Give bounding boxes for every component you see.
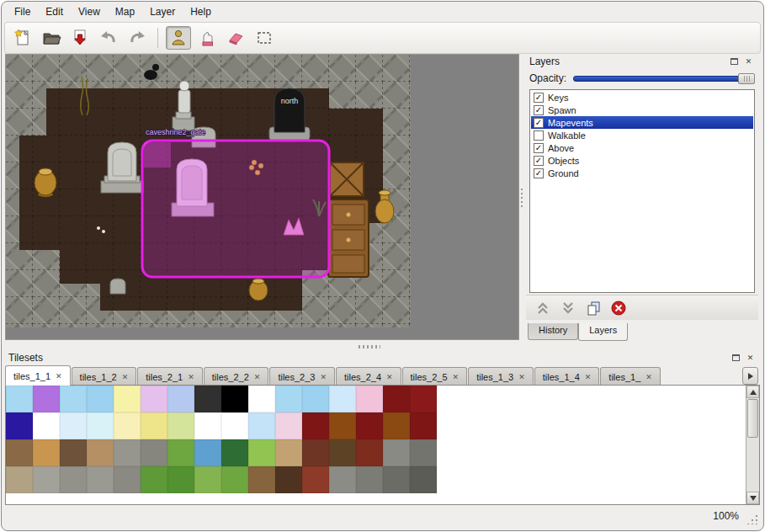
- horizontal-splitter[interactable]: [2, 343, 763, 350]
- palette-tile[interactable]: [248, 412, 275, 439]
- palette-tile[interactable]: [114, 439, 141, 466]
- palette-tile[interactable]: [33, 466, 60, 493]
- palette-tile[interactable]: [194, 466, 221, 493]
- scroll-track[interactable]: [746, 398, 759, 492]
- layers-list[interactable]: ✓Keys✓Spawn✓MapeventsWalkable✓Above✓Obje…: [529, 89, 755, 293]
- palette-tile[interactable]: [60, 412, 87, 439]
- opacity-slider-handle[interactable]: [738, 73, 755, 84]
- layer-visibility-checkbox[interactable]: ✓: [534, 118, 544, 128]
- palette-tile[interactable]: [275, 412, 302, 439]
- palette-tile[interactable]: [248, 466, 275, 493]
- undo-button[interactable]: [96, 26, 121, 50]
- redo-button[interactable]: [125, 26, 150, 50]
- layer-visibility-checkbox[interactable]: [534, 130, 544, 141]
- palette-tile[interactable]: [87, 412, 114, 439]
- tileset-tab-tiles_1_3[interactable]: tiles_1_3✕: [468, 367, 534, 386]
- palette-tile[interactable]: [302, 412, 329, 439]
- palette-tile[interactable]: [248, 386, 275, 412]
- tileset-tab-tiles_2_4[interactable]: tiles_2_4✕: [336, 367, 401, 386]
- layer-duplicate-button[interactable]: [583, 299, 603, 317]
- palette-tile[interactable]: [356, 412, 383, 439]
- palette-tile[interactable]: [329, 386, 356, 412]
- tileset-tab-tiles_2_5[interactable]: tiles_2_5✕: [402, 367, 468, 386]
- palette-tile[interactable]: [194, 439, 221, 466]
- new-file-button[interactable]: [10, 26, 35, 50]
- save-button[interactable]: [67, 26, 93, 50]
- tileset-tab-tiles_2_2[interactable]: tiles_2_2✕: [204, 367, 269, 386]
- vertical-splitter[interactable]: [519, 54, 524, 343]
- menu-file[interactable]: File: [7, 3, 38, 20]
- palette-tile[interactable]: [141, 439, 167, 466]
- palette-tile[interactable]: [114, 386, 141, 412]
- palette-tile[interactable]: [194, 412, 221, 439]
- layer-visibility-checkbox[interactable]: ✓: [534, 143, 544, 153]
- layer-delete-button[interactable]: [608, 299, 629, 317]
- scroll-thumb[interactable]: [747, 399, 758, 438]
- palette-tile[interactable]: [383, 466, 410, 493]
- palette-tile[interactable]: [275, 466, 302, 493]
- palette-tile[interactable]: [87, 386, 114, 412]
- open-file-button[interactable]: [39, 26, 64, 50]
- palette-tile[interactable]: [141, 466, 167, 493]
- tileset-tab-tiles_1_1[interactable]: tiles_1_1✕: [5, 365, 71, 386]
- palette-tile[interactable]: [33, 386, 60, 412]
- select-tool-button[interactable]: [252, 26, 277, 50]
- layer-row-spawn[interactable]: ✓Spawn: [531, 104, 753, 116]
- tab-close-icon[interactable]: ✕: [518, 373, 525, 381]
- layer-visibility-checkbox[interactable]: ✓: [534, 105, 544, 115]
- menu-view[interactable]: View: [71, 3, 108, 20]
- map-canvas[interactable]: north: [6, 55, 411, 327]
- palette-tile[interactable]: [6, 386, 33, 412]
- palette-tile[interactable]: [87, 439, 114, 466]
- menu-map[interactable]: Map: [108, 3, 142, 20]
- tile-palette[interactable]: [6, 386, 746, 504]
- palette-tile[interactable]: [383, 412, 410, 439]
- layer-row-keys[interactable]: ✓Keys: [531, 91, 753, 104]
- palette-tile[interactable]: [6, 466, 33, 493]
- tab-close-icon[interactable]: ✕: [122, 373, 129, 381]
- palette-tile[interactable]: [194, 386, 221, 412]
- palette-tile[interactable]: [410, 386, 437, 412]
- tab-close-icon[interactable]: ✕: [645, 373, 652, 381]
- palette-tile[interactable]: [302, 439, 329, 466]
- scroll-up-button[interactable]: [746, 386, 759, 398]
- palette-tile[interactable]: [6, 439, 33, 466]
- dock-tab-layers[interactable]: Layers: [578, 323, 628, 341]
- palette-tile[interactable]: [167, 412, 194, 439]
- palette-tile[interactable]: [329, 439, 356, 466]
- tileset-tab-tiles_1_2[interactable]: tiles_1_2✕: [72, 367, 137, 386]
- palette-tile[interactable]: [248, 439, 275, 466]
- palette-tile[interactable]: [141, 386, 167, 412]
- tab-close-icon[interactable]: ✕: [386, 373, 393, 381]
- map-viewport[interactable]: north: [5, 54, 519, 340]
- palette-tile[interactable]: [60, 439, 87, 466]
- palette-tile[interactable]: [410, 439, 437, 466]
- scroll-down-button[interactable]: [746, 492, 759, 504]
- layer-row-objects[interactable]: ✓Objects: [531, 154, 753, 167]
- tileset-tab-tiles_2_1[interactable]: tiles_2_1✕: [137, 367, 203, 386]
- palette-tile[interactable]: [221, 439, 248, 466]
- palette-tile[interactable]: [329, 466, 356, 493]
- layer-visibility-checkbox[interactable]: ✓: [534, 156, 544, 166]
- dock-close-button[interactable]: ✕: [742, 56, 755, 67]
- layer-row-ground[interactable]: ✓Ground: [531, 167, 753, 179]
- palette-tile[interactable]: [33, 439, 60, 466]
- palette-tile[interactable]: [410, 466, 437, 493]
- layer-row-walkable[interactable]: Walkable: [531, 129, 753, 141]
- dock-close-button[interactable]: ✕: [744, 352, 757, 364]
- dock-float-button[interactable]: [728, 56, 741, 67]
- menu-help[interactable]: Help: [183, 3, 219, 20]
- palette-tile[interactable]: [356, 386, 383, 412]
- layer-move-down-button[interactable]: [558, 299, 578, 317]
- menu-edit[interactable]: Edit: [38, 3, 71, 20]
- palette-tile[interactable]: [33, 412, 60, 439]
- eraser-tool-button[interactable]: [223, 26, 248, 50]
- palette-scrollbar[interactable]: [746, 386, 759, 504]
- palette-tile[interactable]: [60, 386, 87, 412]
- hand-tool-button[interactable]: [194, 26, 220, 50]
- palette-tile[interactable]: [275, 439, 302, 466]
- layer-move-up-button[interactable]: [533, 299, 553, 317]
- palette-tile[interactable]: [221, 466, 248, 493]
- palette-tile[interactable]: [383, 439, 410, 466]
- palette-tile[interactable]: [221, 386, 248, 412]
